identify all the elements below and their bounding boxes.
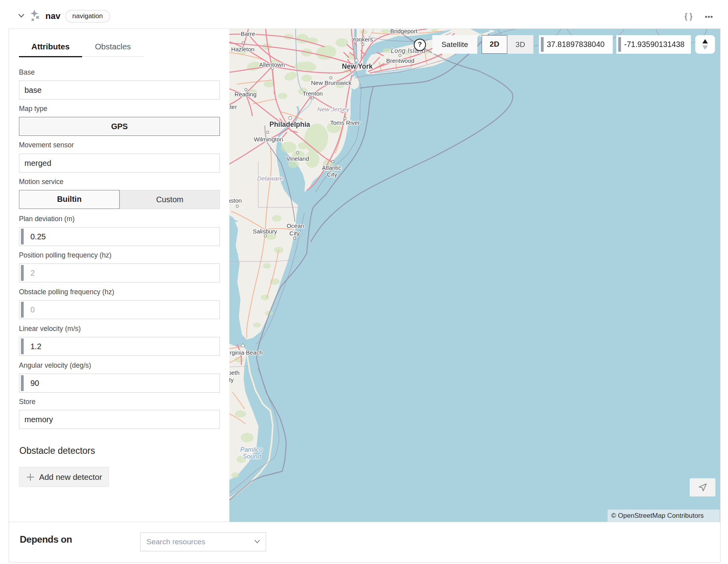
svg-text:Barre: Barre <box>241 30 255 37</box>
svg-text:Toms River: Toms River <box>330 119 360 126</box>
svg-text:Salisbury: Salisbury <box>253 228 277 235</box>
svg-text:City: City <box>229 376 234 383</box>
svg-text:Philadelphia: Philadelphia <box>269 120 310 128</box>
svg-text:Ocean: Ocean <box>287 222 304 229</box>
svg-text:Hazleton: Hazleton <box>231 46 254 53</box>
svg-text:New Jersey: New Jersey <box>317 106 350 113</box>
svg-text:Pamlico: Pamlico <box>240 446 263 453</box>
svg-text:Lancaster: Lancaster <box>229 103 237 110</box>
svg-text:Elizabeth: Elizabeth <box>229 369 240 376</box>
svg-text:Bridgeport: Bridgeport <box>390 29 418 34</box>
svg-text:New York: New York <box>342 62 373 70</box>
svg-text:Allentown: Allentown <box>259 61 285 68</box>
svg-text:City: City <box>327 171 337 178</box>
svg-text:Virginia Beach: Virginia Beach <box>229 349 263 356</box>
svg-text:Trenton: Trenton <box>302 90 323 97</box>
svg-text:Vineland: Vineland <box>286 155 309 162</box>
svg-text:Easton: Easton <box>229 197 242 204</box>
svg-text:Wilmington: Wilmington <box>254 136 283 143</box>
svg-text:New Brunswick: New Brunswick <box>311 79 352 86</box>
svg-text:Reading: Reading <box>235 91 257 98</box>
svg-text:Yonkers: Yonkers <box>352 36 373 43</box>
svg-text:Delaware: Delaware <box>257 175 283 182</box>
svg-text:Atlantic: Atlantic <box>322 164 341 171</box>
svg-text:City: City <box>289 230 300 237</box>
svg-text:Brentwood: Brentwood <box>386 57 415 64</box>
svg-text:Sound: Sound <box>243 453 261 460</box>
